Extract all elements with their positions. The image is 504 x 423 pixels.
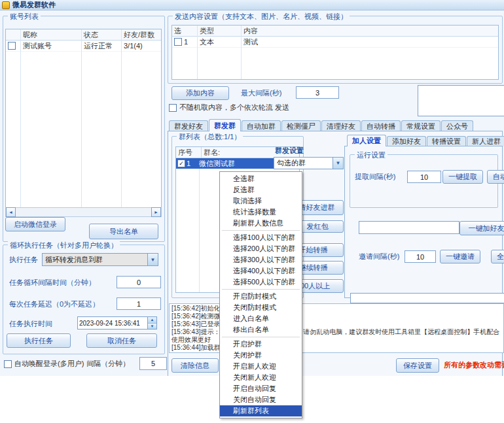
group-context-menu: 全选群 反选群 取消选择 统计选择数量 刷新群人数信息 选择100人以下的群 选… — [219, 171, 302, 418]
task-delay-input[interactable]: 1 — [117, 297, 161, 310]
chevron-down-icon[interactable]: ▼ — [147, 254, 158, 265]
content-title: 发送内容设置（支持文本、图片、名片、视频、链接） — [173, 12, 350, 22]
menu-item[interactable]: 反选群 — [220, 184, 302, 195]
group-row-name: 微信测试群 — [199, 159, 235, 169]
menu-item[interactable]: 全选群 — [220, 173, 302, 184]
task-exec-value: 循环转发消息到群 — [43, 255, 147, 265]
sub-tab-1[interactable]: 添加好友 — [387, 136, 426, 146]
menu-item[interactable]: 开启护群 — [220, 339, 302, 350]
accounts-header-nickname: 昵称 — [21, 29, 81, 41]
task-title: 循环执行任务（针对多用户轮换） — [8, 241, 120, 250]
menu-item[interactable]: 移出白名单 — [220, 324, 302, 335]
send-setting-combobox[interactable]: 勾选的群 ▼ — [274, 157, 344, 169]
menu-item[interactable]: 选择300人以下的群 — [220, 254, 302, 265]
account-checkbox[interactable] — [8, 42, 16, 50]
task-exec-combobox[interactable]: 循环转发消息到群 ▼ — [42, 253, 158, 266]
sub-tab-2[interactable]: 转播设置 — [427, 136, 466, 146]
sub-tab-0[interactable]: 加人设置 — [347, 135, 386, 146]
main-tab-7[interactable]: 公众号 — [441, 120, 473, 131]
accounts-header-check — [6, 29, 20, 41]
random-checkbox[interactable] — [169, 104, 177, 112]
wake-row: 自动唤醒登录(多用户) 间隔（分钟） — [4, 359, 130, 369]
random-label: 不随机取内容，多个依次轮流 发送 — [179, 103, 289, 112]
main-tab-1[interactable]: 群发群 — [209, 119, 241, 131]
content-table[interactable]: 选 1 类型 文本 内容 测试 — [171, 25, 499, 80]
main-tab-2[interactable]: 自动加群 — [242, 120, 281, 131]
invite-all-button[interactable]: 全部邀请 — [491, 250, 504, 263]
group-checkbox[interactable]: ✓ — [177, 160, 185, 167]
task-loop-input[interactable]: 0 — [117, 276, 161, 288]
extract-interval-input[interactable]: 10 — [407, 171, 441, 183]
extract-interval-label: 提取间隔(秒) — [355, 171, 395, 182]
account-status: 运行正常 — [82, 41, 121, 52]
menu-item[interactable]: 关闭新人欢迎 — [220, 372, 302, 383]
clear-log-button[interactable]: 清除信息 — [171, 358, 219, 373]
invite-interval-input[interactable]: 10 — [405, 250, 436, 263]
menu-item[interactable]: 关闭防封模式 — [220, 302, 302, 313]
menu-item[interactable]: 统计选择数量 — [220, 207, 302, 218]
time-spinner[interactable]: ▲▼ — [147, 317, 156, 329]
menu-separator — [222, 289, 300, 290]
max-interval-label: 最大间隔(秒) — [241, 87, 281, 99]
menu-item[interactable]: 开启新人欢迎 — [220, 361, 302, 372]
menu-item[interactable]: 选择200人以下的群 — [220, 243, 302, 254]
login-wechat-button[interactable]: 启动微信登录 — [5, 217, 65, 231]
invite-interval-label: 邀请间隔(秒) — [359, 251, 399, 262]
accounts-hscrollbar[interactable]: ◄ ► — [5, 207, 162, 217]
main-tab-5[interactable]: 自动转播 — [361, 120, 401, 131]
main-tab-6[interactable]: 常规设置 — [401, 120, 441, 131]
main-tab-4[interactable]: 清理好友 — [321, 120, 361, 131]
run-task-button[interactable]: 执行任务 — [7, 333, 71, 348]
menu-item[interactable]: 关闭护群 — [220, 350, 302, 361]
accounts-table[interactable]: 昵称 测试账号 状态 运行正常 好友/群数 3/1(4) — [5, 29, 162, 208]
spin-up-icon: ▲ — [148, 317, 156, 324]
menu-item[interactable]: 选择400人以下的群 — [220, 265, 302, 277]
export-list-button[interactable]: 导出名单 — [89, 224, 158, 239]
account-nickname[interactable]: 测试账号 — [21, 41, 81, 52]
scroll-right-icon[interactable]: ► — [151, 207, 161, 217]
account-counts: 3/1(4) — [122, 41, 161, 52]
extra-input[interactable] — [350, 293, 504, 303]
menu-item[interactable]: 选择100人以下的群 — [220, 232, 302, 243]
menu-item[interactable]: 刷新群人数信息 — [220, 218, 302, 229]
task-delay-label: 每次任务延迟（0为不延迟） — [9, 298, 99, 310]
cancel-task-button[interactable]: 取消任务 — [86, 333, 157, 348]
menu-item[interactable]: 进入白名单 — [220, 313, 302, 324]
content-checkbox[interactable] — [174, 38, 182, 46]
extract-button[interactable]: 一键提取 — [442, 170, 483, 184]
menu-item[interactable]: 开启自动回复 — [220, 383, 302, 394]
menu-item[interactable]: 刷新群列表 — [220, 405, 302, 416]
scroll-left-icon[interactable]: ◄ — [6, 207, 16, 217]
max-interval-input[interactable]: 3 — [296, 86, 339, 99]
menu-item[interactable]: 选择500人以下的群 — [220, 277, 302, 288]
task-loop-label: 任务循环间隔时间（分钟） — [9, 277, 96, 288]
invite-button[interactable]: 一键邀请 — [440, 250, 480, 263]
wake-checkbox[interactable] — [4, 360, 12, 368]
menu-item[interactable]: 开启防封模式 — [220, 291, 302, 302]
add-friend-input[interactable] — [359, 221, 459, 234]
menu-item[interactable]: 取消选择 — [220, 195, 302, 207]
save-settings-button[interactable]: 保存设置 — [396, 358, 439, 373]
sub-tab-3[interactable]: 新人进群 — [467, 136, 504, 146]
title-bar[interactable]: 微易发群软件 — [0, 0, 504, 10]
auto-extract-button[interactable]: 自动提取 — [487, 170, 504, 184]
task-time-value: 2023-09-24 15:36:41 — [78, 320, 147, 327]
chevron-down-icon[interactable]: ▼ — [333, 158, 343, 169]
content-preview-box — [418, 85, 504, 116]
window-title: 微易发群软件 — [12, 0, 56, 10]
add-content-button[interactable]: 添加内容 — [171, 86, 229, 100]
content-row-text: 测试 — [242, 37, 498, 48]
task-time-label: 任务执行时间 — [9, 318, 52, 330]
add-friend-button[interactable]: 一键加好友 — [459, 221, 504, 235]
task-time-picker[interactable]: 2023-09-24 15:36:41 ▲▼ — [77, 316, 157, 330]
group-row-num: 1 — [187, 160, 190, 167]
menu-item[interactable]: 关闭自动回复 — [220, 394, 302, 405]
main-tab-0[interactable]: 群发好友 — [169, 120, 208, 131]
content-row-num: 1 — [184, 38, 188, 46]
task-exec-label: 执行任务 — [9, 254, 38, 265]
main-tab-3[interactable]: 检测僵尸 — [281, 120, 321, 131]
content-header-content: 内容 — [242, 25, 498, 37]
wake-interval-input[interactable]: 5 — [139, 357, 167, 370]
random-row: 不随机取内容，多个依次轮流 发送 — [169, 103, 289, 112]
menu-separator — [222, 337, 300, 337]
